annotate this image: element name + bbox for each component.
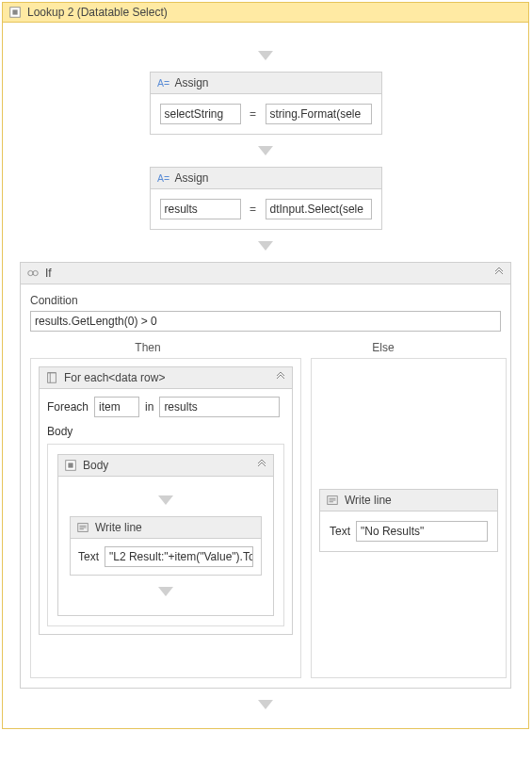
drop-chevron-icon: [258, 241, 273, 251]
body-sequence-body: Write line Text "L2 Result:"+item("Value…: [58, 477, 273, 615]
then-label: Then: [30, 341, 266, 358]
svg-rect-6: [48, 373, 56, 383]
write-line-then[interactable]: Write line Text "L2 Result:"+item("Value…: [70, 516, 262, 576]
write-else-header[interactable]: Write line: [320, 490, 497, 511]
lookup-sequence-header[interactable]: Lookup 2 (Datatable Select): [3, 3, 528, 23]
text-label: Text: [78, 550, 99, 563]
write-else-input[interactable]: "No Results": [356, 521, 488, 542]
collapse-icon[interactable]: [493, 267, 505, 280]
assign-activity-1[interactable]: A=B Assign selectString = string.Format(…: [150, 72, 382, 135]
assign2-body: results = dtInput.Select(sele: [151, 189, 381, 229]
if-title: If: [45, 267, 52, 280]
lookup-title: Lookup 2 (Datatable Select): [27, 6, 168, 19]
write-then-input[interactable]: "L2 Result:"+item("Value").To: [105, 546, 253, 567]
drop-zone[interactable]: [20, 146, 511, 155]
svg-text:A=B: A=B: [156, 172, 169, 184]
assign2-title: Assign: [175, 171, 209, 185]
drop-zone[interactable]: [20, 51, 511, 60]
assign-icon: A=B: [156, 76, 169, 89]
foreach-label: Foreach: [47, 400, 89, 414]
collapse-icon[interactable]: [256, 459, 267, 472]
foreach-header[interactable]: For each<data row>: [40, 367, 292, 389]
foreach-title: For each<data row>: [64, 371, 165, 384]
assign2-to-input[interactable]: results: [160, 199, 241, 219]
sequence-icon: [64, 459, 77, 472]
assign1-body: selectString = string.Format(sele: [151, 94, 381, 134]
svg-point-4: [28, 270, 33, 275]
if-icon: [26, 267, 40, 280]
drop-zone[interactable]: [66, 495, 266, 505]
lookup-sequence: Lookup 2 (Datatable Select) A=B Assign s…: [2, 2, 529, 729]
write-then-body: Text "L2 Result:"+item("Value").To: [71, 539, 261, 575]
body-header[interactable]: Body: [58, 455, 273, 477]
foreach-body-container: Body: [47, 444, 284, 626]
assign-activity-2[interactable]: A=B Assign results = dtInput.Select(sele: [150, 167, 382, 230]
assign1-title: Assign: [175, 76, 209, 89]
body-label: Body: [47, 425, 284, 438]
drop-chevron-icon: [258, 146, 273, 155]
drop-zone[interactable]: [20, 700, 511, 709]
write-else-body: Text "No Results": [320, 511, 497, 551]
foreach-icon: [45, 371, 58, 384]
write-else-title: Write line: [345, 494, 392, 507]
collapse-icon[interactable]: [275, 371, 286, 384]
writeline-icon: [326, 494, 339, 507]
branches: For each<data row> Foreach item in: [30, 358, 501, 678]
else-branch[interactable]: Write line Text "No Results": [311, 358, 507, 678]
equals-label: =: [247, 203, 260, 216]
lookup-sequence-body: A=B Assign selectString = string.Format(…: [3, 23, 528, 728]
write-line-else[interactable]: Write line Text "No Results": [319, 489, 498, 552]
foreach-item-input[interactable]: item: [94, 397, 139, 417]
write-then-title: Write line: [95, 521, 142, 534]
equals-label: =: [247, 107, 260, 121]
branch-headers: Then Else: [30, 341, 501, 358]
then-branch[interactable]: For each<data row> Foreach item in: [30, 358, 301, 678]
else-label: Else: [266, 341, 501, 358]
drop-zone[interactable]: [66, 587, 266, 596]
drop-chevron-icon: [258, 51, 273, 60]
text-label: Text: [330, 525, 350, 538]
foreach-row: Foreach item in results: [47, 397, 284, 417]
assign2-header[interactable]: A=B Assign: [151, 168, 381, 189]
if-body: Condition results.GetLength(0) > 0 Then …: [21, 284, 510, 688]
assign1-to-input[interactable]: selectString: [160, 104, 241, 124]
sequence-icon: [8, 6, 22, 19]
write-then-header[interactable]: Write line: [71, 517, 261, 539]
svg-rect-8: [68, 463, 73, 467]
drop-chevron-icon: [258, 700, 273, 709]
if-header[interactable]: If: [21, 263, 510, 284]
svg-point-5: [33, 270, 38, 275]
foreach-body: Foreach item in results Body: [40, 389, 292, 634]
svg-text:A=B: A=B: [156, 77, 169, 89]
foreach-collection-input[interactable]: results: [159, 397, 280, 417]
condition-input[interactable]: results.GetLength(0) > 0: [30, 311, 501, 332]
body-sequence[interactable]: Body: [57, 454, 274, 616]
in-label: in: [145, 400, 153, 414]
assign-icon: A=B: [156, 171, 169, 185]
drop-zone[interactable]: [20, 241, 511, 251]
foreach-activity[interactable]: For each<data row> Foreach item in: [39, 366, 293, 635]
assign1-header[interactable]: A=B Assign: [151, 73, 381, 94]
if-activity[interactable]: If Condition results.GetLength(0) > 0 Th…: [20, 262, 511, 689]
condition-label: Condition: [30, 294, 501, 307]
body-title: Body: [83, 459, 108, 472]
assign2-value-input[interactable]: dtInput.Select(sele: [266, 199, 372, 219]
drop-chevron-icon: [158, 495, 173, 505]
writeline-icon: [76, 521, 89, 534]
svg-rect-1: [12, 9, 17, 14]
drop-chevron-icon: [158, 587, 173, 596]
assign1-value-input[interactable]: string.Format(sele: [266, 104, 372, 124]
